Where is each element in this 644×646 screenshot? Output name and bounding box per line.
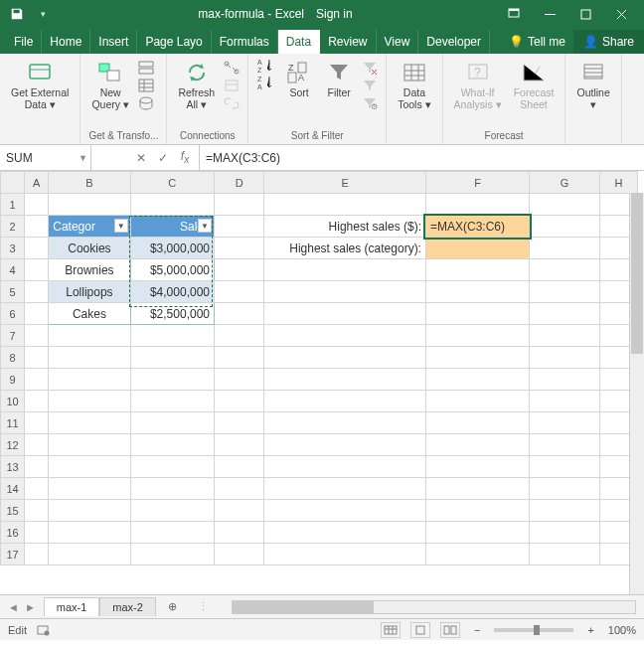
tab-page-layout[interactable]: Page Layo <box>137 30 211 54</box>
view-normal-icon[interactable] <box>381 622 401 638</box>
forecast-sheet-button[interactable]: Forecast Sheet <box>511 58 558 112</box>
signin-link[interactable]: Sign in <box>316 7 353 21</box>
table-cell[interactable]: Cakes <box>49 303 130 325</box>
show-queries-icon[interactable] <box>138 60 154 76</box>
qat-dropdown-icon[interactable]: ▾ <box>32 3 54 25</box>
table-cell[interactable]: $4,000,000 <box>130 281 214 303</box>
row-header[interactable]: 7 <box>1 325 25 347</box>
row-header[interactable]: 13 <box>1 456 25 478</box>
sheet-nav-next-icon[interactable]: ► <box>25 601 36 613</box>
maximize-button[interactable] <box>568 2 602 26</box>
tab-formulas[interactable]: Formulas <box>212 30 278 54</box>
confirm-formula-icon[interactable]: ✓ <box>155 151 171 165</box>
select-all-corner[interactable] <box>1 172 25 194</box>
data-tools-button[interactable]: Data Tools ▾ <box>395 58 433 112</box>
table-header-category[interactable]: Categor▼ <box>49 216 130 238</box>
name-box[interactable]: SUM ▼ <box>0 145 91 170</box>
row-header[interactable]: 11 <box>1 412 25 434</box>
tab-review[interactable]: Review <box>320 30 376 54</box>
label-highest-category[interactable]: Highest sales (category): <box>264 238 426 259</box>
filter-button[interactable]: Filter <box>322 58 356 101</box>
from-table-icon[interactable] <box>138 78 154 93</box>
col-header[interactable]: G <box>530 172 599 194</box>
tab-view[interactable]: View <box>377 30 419 54</box>
row-header[interactable]: 5 <box>1 281 25 303</box>
zoom-slider[interactable] <box>494 628 573 632</box>
clear-filter-icon[interactable] <box>362 60 378 76</box>
row-header[interactable]: 10 <box>1 391 25 412</box>
vertical-scrollbar[interactable] <box>629 193 644 594</box>
save-button[interactable] <box>6 3 28 25</box>
row-header[interactable]: 9 <box>1 369 25 391</box>
row-header[interactable]: 2 <box>1 216 25 238</box>
close-button[interactable] <box>604 2 638 26</box>
tab-file[interactable]: File <box>6 30 42 54</box>
refresh-all-button[interactable]: Refresh All ▾ <box>175 58 218 112</box>
share-button[interactable]: 👤 Share <box>573 30 644 54</box>
grid[interactable]: A B C D E F G H 1 2 Categor▼ Sales▼ High… <box>0 171 638 565</box>
cancel-formula-icon[interactable]: ✕ <box>133 151 149 165</box>
sort-desc-icon[interactable]: ZA <box>256 75 272 90</box>
connections-icon[interactable] <box>224 60 240 76</box>
filter-dropdown-icon[interactable]: ▼ <box>114 219 128 233</box>
cell-F3[interactable] <box>425 238 529 259</box>
table-cell[interactable]: $3,000,000 <box>130 238 214 259</box>
col-header[interactable]: F <box>425 172 529 194</box>
tab-developer[interactable]: Developer <box>418 30 490 54</box>
zoom-out-icon[interactable]: − <box>470 624 484 636</box>
sheet-tab-1[interactable]: max-1 <box>44 597 100 616</box>
recent-sources-icon[interactable] <box>138 95 154 111</box>
row-header[interactable]: 15 <box>1 500 25 522</box>
whatif-analysis-button[interactable]: ? What-If Analysis ▾ <box>451 58 505 112</box>
formula-input[interactable]: =MAX(C3:C6) <box>199 145 644 170</box>
macro-record-icon[interactable] <box>37 624 51 636</box>
view-page-break-icon[interactable] <box>440 622 460 638</box>
add-sheet-button[interactable]: ⊕ <box>162 600 184 613</box>
properties-icon[interactable] <box>224 78 240 93</box>
sheet-nav-prev-icon[interactable]: ◄ <box>8 601 19 613</box>
name-box-dropdown-icon[interactable]: ▼ <box>79 153 87 163</box>
col-header[interactable]: H <box>599 172 637 194</box>
sort-button[interactable]: ZA Sort <box>282 58 316 101</box>
row-header[interactable]: 17 <box>1 544 25 565</box>
table-header-sales[interactable]: Sales▼ <box>130 216 214 238</box>
col-header[interactable]: C <box>130 172 214 194</box>
tab-data[interactable]: Data <box>278 30 320 54</box>
tell-me-search[interactable]: 💡 Tell me <box>501 30 573 54</box>
table-cell[interactable]: $2,500,000 <box>130 303 214 325</box>
sort-asc-icon[interactable]: AZ <box>256 58 272 74</box>
get-external-data-button[interactable]: Get External Data ▾ <box>8 58 72 112</box>
row-header[interactable]: 4 <box>1 259 25 281</box>
zoom-level[interactable]: 100% <box>608 624 636 636</box>
zoom-in-icon[interactable]: + <box>583 624 597 636</box>
row-header[interactable]: 3 <box>1 238 25 259</box>
view-page-layout-icon[interactable] <box>410 622 430 638</box>
minimize-button[interactable] <box>533 2 566 26</box>
scroll-thumb[interactable] <box>233 601 374 613</box>
row-header[interactable]: 12 <box>1 434 25 456</box>
filter-dropdown-icon[interactable]: ▼ <box>198 219 212 233</box>
fx-icon[interactable]: fx <box>177 149 193 165</box>
edit-links-icon[interactable] <box>224 95 240 111</box>
row-header[interactable]: 16 <box>1 522 25 544</box>
row-header[interactable]: 6 <box>1 303 25 325</box>
col-header[interactable]: D <box>214 172 263 194</box>
scroll-thumb[interactable] <box>631 193 643 354</box>
row-header[interactable]: 8 <box>1 347 25 369</box>
sheet-tab-2[interactable]: max-2 <box>99 597 156 616</box>
row-header[interactable]: 1 <box>1 194 25 216</box>
ribbon-options-icon[interactable] <box>497 2 531 26</box>
table-cell[interactable]: Lollipops <box>49 281 130 303</box>
cell-F2-editing[interactable]: =MAX(C3:C6) <box>425 216 529 238</box>
col-header[interactable]: E <box>264 172 426 194</box>
outline-button[interactable]: Outline ▾ <box>573 58 612 112</box>
col-header[interactable]: B <box>49 172 130 194</box>
table-cell[interactable]: $5,000,000 <box>130 259 214 281</box>
table-cell[interactable]: Cookies <box>49 238 130 259</box>
advanced-icon[interactable]: ⚙ <box>362 95 378 111</box>
row-header[interactable]: 14 <box>1 478 25 500</box>
label-highest-dollar[interactable]: Highest sales ($): <box>264 216 426 238</box>
tab-home[interactable]: Home <box>42 30 90 54</box>
reapply-icon[interactable] <box>362 78 378 93</box>
col-header[interactable]: A <box>25 172 49 194</box>
